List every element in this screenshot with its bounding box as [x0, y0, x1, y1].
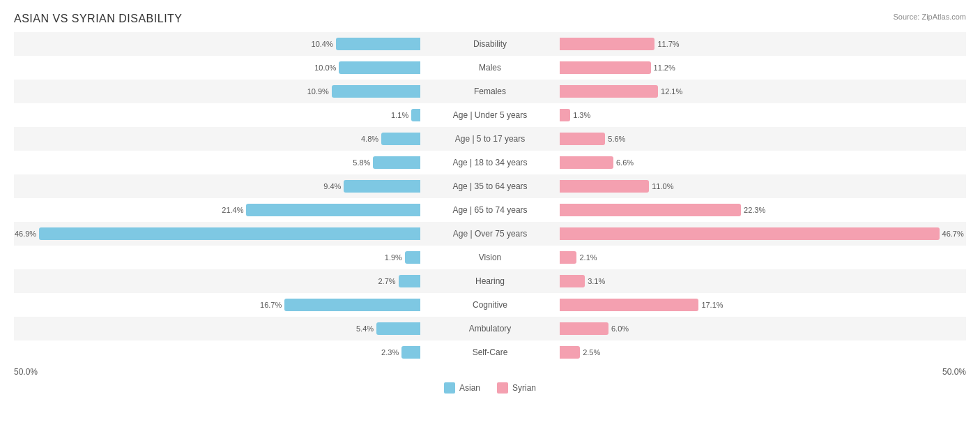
bar-left: [411, 109, 420, 121]
bar-left: [336, 38, 420, 50]
bar-left-area: 9.4%: [14, 174, 420, 198]
chart-row: 10.0% Males 11.2%: [14, 56, 966, 80]
bar-left: [373, 156, 420, 169]
chart-row: 46.9% Age | Over 75 years 46.7%: [14, 222, 966, 246]
source-label: Source: ZipAtlas.com: [893, 13, 966, 21]
bar-right: [560, 346, 580, 359]
bar-left-area: 5.4%: [14, 317, 420, 340]
bar-right: [560, 275, 585, 287]
legend-asian-color: [444, 382, 455, 394]
row-label: Age | Under 5 years: [420, 110, 560, 120]
bar-left-area: 10.9%: [14, 80, 420, 103]
bar-right-area: 46.7%: [560, 222, 966, 246]
bar-right-area: 6.6%: [560, 151, 966, 174]
legend-asian-label: Asian: [459, 383, 480, 393]
legend-syrian-color: [497, 382, 508, 394]
bar-right: [560, 322, 608, 335]
value-left: 4.8%: [361, 135, 381, 143]
bar-left-area: 10.0%: [14, 56, 420, 80]
value-right: 11.7%: [654, 40, 679, 48]
bar-right: [560, 133, 605, 145]
bar-right: [560, 156, 613, 169]
value-right: 1.3%: [570, 111, 590, 119]
chart-row: 1.1% Age | Under 5 years 1.3%: [14, 103, 966, 127]
bar-left-area: 16.7%: [14, 293, 420, 317]
value-left: 21.4%: [222, 206, 246, 214]
bar-left: [39, 227, 420, 240]
bar-right-area: 11.7%: [560, 32, 966, 56]
bar-right-area: 6.0%: [560, 317, 966, 340]
value-right: 2.5%: [580, 348, 600, 357]
value-left: 46.9%: [15, 230, 39, 238]
bar-right-area: 1.3%: [560, 103, 966, 127]
row-label: Males: [420, 63, 560, 73]
bar-left: [405, 251, 420, 264]
axis-center-spacer: [420, 367, 560, 377]
value-right: 17.1%: [698, 301, 723, 309]
row-label: Age | 5 to 17 years: [420, 134, 560, 144]
row-label: Disability: [420, 39, 560, 49]
row-label: Vision: [420, 253, 560, 262]
bar-right: [560, 180, 649, 193]
bar-right-area: 11.0%: [560, 174, 966, 198]
value-left: 5.8%: [353, 158, 373, 167]
bar-left-area: 21.4%: [14, 198, 420, 222]
legend-syrian-label: Syrian: [512, 383, 536, 393]
row-label: Hearing: [420, 276, 560, 286]
bar-right-area: 2.1%: [560, 246, 966, 269]
bar-left: [344, 180, 420, 193]
axis-right-label: 50.0%: [560, 367, 966, 377]
row-label: Cognitive: [420, 300, 560, 310]
row-label: Females: [420, 87, 560, 96]
value-right: 11.2%: [651, 63, 675, 72]
row-label: Age | 65 to 74 years: [420, 205, 560, 215]
value-right: 46.7%: [940, 230, 964, 238]
chart-area: 10.4% Disability 11.7% 10.0% Males 11.2%…: [14, 32, 966, 421]
chart-row: 10.9% Females 12.1%: [14, 80, 966, 103]
legend-asian: Asian: [444, 382, 480, 394]
value-right: 11.0%: [649, 182, 673, 190]
bar-left: [332, 85, 420, 98]
bar-right: [560, 85, 658, 98]
value-right: 6.0%: [608, 324, 629, 333]
value-right: 5.6%: [605, 135, 625, 143]
value-right: 3.1%: [585, 277, 605, 285]
chart-row: 5.8% Age | 18 to 34 years 6.6%: [14, 151, 966, 174]
value-right: 2.1%: [576, 253, 597, 262]
bar-left-area: 2.3%: [14, 340, 420, 364]
bar-left-area: 1.9%: [14, 246, 420, 269]
row-label: Age | 18 to 34 years: [420, 158, 560, 167]
value-left: 16.7%: [260, 301, 284, 309]
value-left: 10.0%: [314, 63, 339, 72]
bar-left: [284, 299, 420, 311]
bar-right-area: 11.2%: [560, 56, 966, 80]
chart-row: 5.4% Ambulatory 6.0%: [14, 317, 966, 340]
chart-row: 2.3% Self-Care 2.5%: [14, 340, 966, 364]
value-left: 5.4%: [356, 324, 376, 333]
bar-right-area: 2.5%: [560, 340, 966, 364]
bar-right: [560, 61, 651, 74]
bar-right: [560, 109, 570, 121]
row-label: Age | 35 to 64 years: [420, 181, 560, 191]
bar-right-area: 3.1%: [560, 269, 966, 293]
legend-syrian: Syrian: [497, 382, 536, 394]
value-left: 1.1%: [391, 111, 411, 119]
bar-right: [560, 227, 940, 240]
chart-title: ASIAN VS SYRIAN DISABILITY: [14, 13, 966, 25]
row-label: Ambulatory: [420, 324, 560, 334]
bar-left-area: 2.7%: [14, 269, 420, 293]
bar-left-area: 1.1%: [14, 103, 420, 127]
chart-row: 2.7% Hearing 3.1%: [14, 269, 966, 293]
bar-left: [376, 322, 420, 335]
value-right: 6.6%: [613, 158, 634, 167]
value-left: 10.9%: [307, 87, 332, 96]
value-left: 2.7%: [378, 277, 398, 285]
axis-labels: 50.0% 50.0%: [14, 367, 966, 377]
bar-left: [246, 204, 420, 216]
bar-right: [560, 38, 654, 50]
row-label: Self-Care: [420, 347, 560, 357]
row-label: Age | Over 75 years: [420, 229, 560, 239]
bar-left: [399, 275, 420, 287]
legend: Asian Syrian: [14, 382, 966, 394]
bar-right-area: 5.6%: [560, 127, 966, 151]
